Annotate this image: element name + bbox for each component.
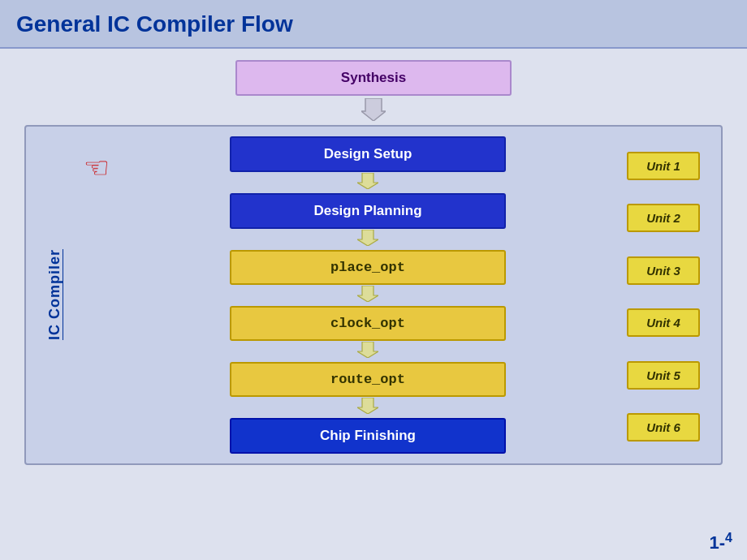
arrow-5: [357, 398, 378, 417]
step-design-setup[interactable]: Design Setup: [230, 136, 506, 172]
arrow-4: [357, 342, 378, 361]
svg-marker-2: [357, 230, 378, 246]
svg-marker-4: [357, 342, 378, 358]
page-number-main: 1-: [710, 532, 726, 553]
step-route-opt[interactable]: route_opt: [230, 362, 506, 397]
page-number: 1-4: [710, 531, 732, 554]
page-number-super: 4: [725, 531, 732, 545]
svg-marker-3: [357, 286, 378, 302]
arrow-3: [357, 286, 378, 305]
unit-1[interactable]: Unit 1: [627, 152, 700, 180]
unit-5[interactable]: Unit 5: [627, 361, 700, 390]
unit-4[interactable]: Unit 4: [627, 308, 700, 337]
units-column: Unit 1 Unit 2 Unit 3 Unit 4 Unit 5 Unit …: [619, 136, 708, 454]
pointer-icon-container: ☞: [76, 136, 117, 454]
ic-compiler-label-container: IC Compiler: [39, 136, 70, 454]
ic-compiler-card: IC Compiler ☞ Design Setup Design Planni…: [24, 125, 723, 465]
step-design-planning[interactable]: Design Planning: [230, 193, 506, 229]
pointer-icon: ☞: [84, 151, 110, 185]
flow-column: Design Setup Design Planning place_opt: [117, 136, 619, 454]
svg-marker-5: [357, 398, 378, 414]
header: General IC Compiler Flow: [0, 0, 747, 49]
ic-compiler-label: IC Compiler: [46, 249, 63, 340]
page: General IC Compiler Flow Synthesis IC Co…: [0, 0, 747, 560]
unit-2[interactable]: Unit 2: [627, 204, 700, 232]
svg-marker-1: [357, 173, 378, 189]
arrow-2: [357, 230, 378, 249]
step-place-opt[interactable]: place_opt: [230, 250, 506, 285]
svg-marker-0: [361, 98, 386, 121]
synthesis-container: Synthesis: [235, 60, 512, 123]
synthesis-box: Synthesis: [235, 60, 512, 96]
synthesis-arrow: [361, 98, 386, 121]
page-title: General IC Compiler Flow: [16, 11, 293, 37]
unit-3[interactable]: Unit 3: [627, 256, 700, 285]
main-content: Synthesis IC Compiler ☞ Design Setup: [0, 49, 747, 560]
unit-6[interactable]: Unit 6: [627, 413, 700, 442]
arrow-1: [357, 173, 378, 192]
step-chip-finishing[interactable]: Chip Finishing: [230, 418, 506, 454]
step-clock-opt[interactable]: clock_opt: [230, 306, 506, 341]
